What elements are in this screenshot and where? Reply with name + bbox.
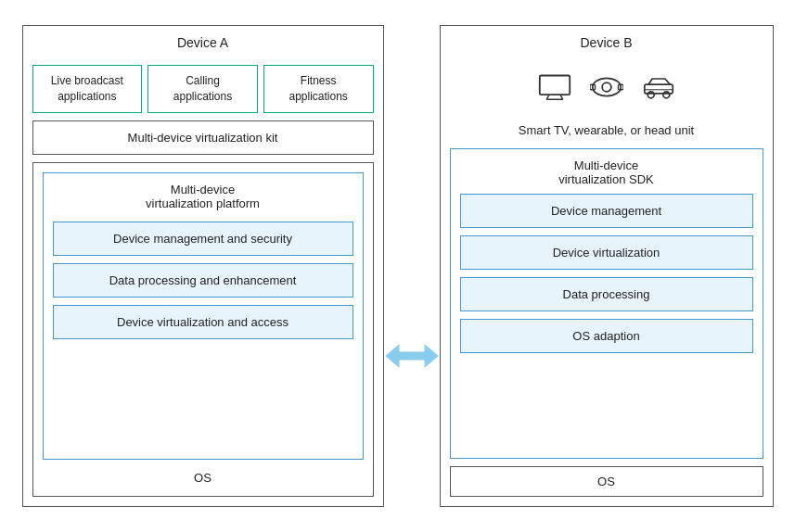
arrow-container	[384, 156, 440, 376]
app-calling: Callingapplications	[147, 65, 258, 113]
device-b-desc: Smart TV, wearable, or head unit	[450, 120, 763, 141]
svg-marker-0	[386, 345, 438, 367]
component-data-processing: Data processing and enhancement	[53, 263, 353, 298]
svg-point-10	[648, 92, 654, 98]
device-b-os-box: OS	[450, 466, 763, 497]
platform-inner-box: Multi-devicevirtualization platform Devi…	[43, 172, 364, 460]
device-a-title: Device A	[32, 35, 374, 50]
platform-title: Multi-devicevirtualization platform	[53, 183, 353, 210]
sdk-device-management: Device management	[460, 194, 753, 228]
component-device-management: Device management and security	[53, 222, 353, 256]
svg-point-6	[602, 82, 611, 92]
sdk-box: Multi-devicevirtualization SDK Device ma…	[450, 148, 763, 459]
apps-row: Live broadcastapplications Callingapplic…	[32, 65, 374, 113]
diagram-container: Device A Live broadcastapplications Call…	[8, 9, 788, 524]
sdk-components: Device management Device virtualization …	[460, 194, 753, 449]
svg-point-11	[662, 92, 669, 98]
app-live-broadcast: Live broadcastapplications	[32, 65, 143, 113]
svg-point-5	[592, 78, 620, 95]
tv-icon	[538, 74, 571, 103]
sdk-device-virtualization: Device virtualization	[460, 235, 753, 270]
device-b-title: Device B	[450, 35, 763, 50]
device-icons-row	[450, 65, 763, 112]
device-b-box: Device B	[440, 25, 774, 507]
device-a-box: Device A Live broadcastapplications Call…	[22, 25, 384, 507]
platform-outer-box: Multi-devicevirtualization platform Devi…	[32, 162, 374, 497]
double-arrow-icon	[386, 341, 438, 376]
sdk-title: Multi-devicevirtualization SDK	[460, 158, 753, 186]
camera-icon	[590, 74, 623, 103]
sdk-data-processing: Data processing	[460, 277, 753, 311]
device-a-os-label: OS	[43, 465, 364, 487]
svg-rect-1	[539, 75, 569, 95]
device-b-os-label: OS	[597, 475, 615, 488]
app-fitness: Fitnessapplications	[263, 65, 374, 113]
car-icon	[642, 74, 675, 103]
sdk-os-adaption: OS adaption	[460, 319, 753, 353]
virtualization-kit-box: Multi-device virtualization kit	[32, 120, 374, 155]
component-device-virtualization: Device virtualization and access	[53, 305, 353, 339]
virtualization-kit-label: Multi-device virtualization kit	[128, 131, 278, 145]
